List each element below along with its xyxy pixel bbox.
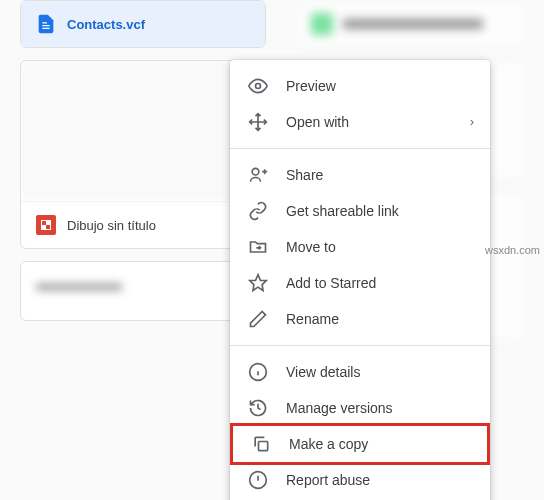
drawings-icon — [35, 214, 57, 236]
menu-label: Move to — [286, 239, 474, 255]
menu-label: Open with — [286, 114, 452, 130]
context-menu: Preview Open with › Share Get shareable … — [230, 60, 490, 500]
menu-label: Get shareable link — [286, 203, 474, 219]
svg-marker-2 — [250, 275, 267, 291]
copy-icon — [251, 434, 271, 454]
folder-move-icon — [248, 237, 268, 257]
menu-label: Add to Starred — [286, 275, 474, 291]
svg-point-1 — [252, 168, 259, 175]
info-icon — [248, 362, 268, 382]
menu-label: Make a copy — [289, 436, 471, 452]
menu-label: Rename — [286, 311, 474, 327]
menu-label: Share — [286, 167, 474, 183]
whatsapp-icon — [311, 13, 333, 35]
menu-share[interactable]: Share — [230, 157, 490, 193]
file-thumbnail — [21, 61, 265, 201]
file-card-contacts[interactable]: Contacts.vcf — [20, 0, 266, 48]
menu-report-abuse[interactable]: Report abuse — [230, 462, 490, 498]
svg-point-0 — [256, 84, 261, 89]
menu-label: Manage versions — [286, 400, 474, 416]
eye-icon — [248, 76, 268, 96]
menu-rename[interactable]: Rename — [230, 301, 490, 337]
menu-open-with[interactable]: Open with › — [230, 104, 490, 140]
menu-shareable-link[interactable]: Get shareable link — [230, 193, 490, 229]
menu-label: View details — [286, 364, 474, 380]
file-label: Contacts.vcf — [67, 17, 145, 32]
menu-manage-versions[interactable]: Manage versions — [230, 390, 490, 426]
chevron-right-icon: › — [470, 115, 474, 129]
move-arrows-icon — [248, 112, 268, 132]
report-icon — [248, 470, 268, 490]
file-label: Dibujo sin título — [67, 218, 156, 233]
menu-view-details[interactable]: View details — [230, 354, 490, 390]
file-icon — [35, 13, 57, 35]
divider — [230, 345, 490, 346]
divider — [230, 148, 490, 149]
history-icon — [248, 398, 268, 418]
menu-add-starred[interactable]: Add to Starred — [230, 265, 490, 301]
menu-label: Preview — [286, 78, 474, 94]
person-add-icon — [248, 165, 268, 185]
watermark: wsxdn.com — [485, 244, 540, 256]
menu-make-copy[interactable]: Make a copy — [230, 423, 490, 465]
menu-move-to[interactable]: Move to — [230, 229, 490, 265]
svg-rect-4 — [259, 442, 268, 451]
star-icon — [248, 273, 268, 293]
menu-preview[interactable]: Preview — [230, 68, 490, 104]
menu-label: Report abuse — [286, 472, 474, 488]
link-icon — [248, 201, 268, 221]
pencil-icon — [248, 309, 268, 329]
